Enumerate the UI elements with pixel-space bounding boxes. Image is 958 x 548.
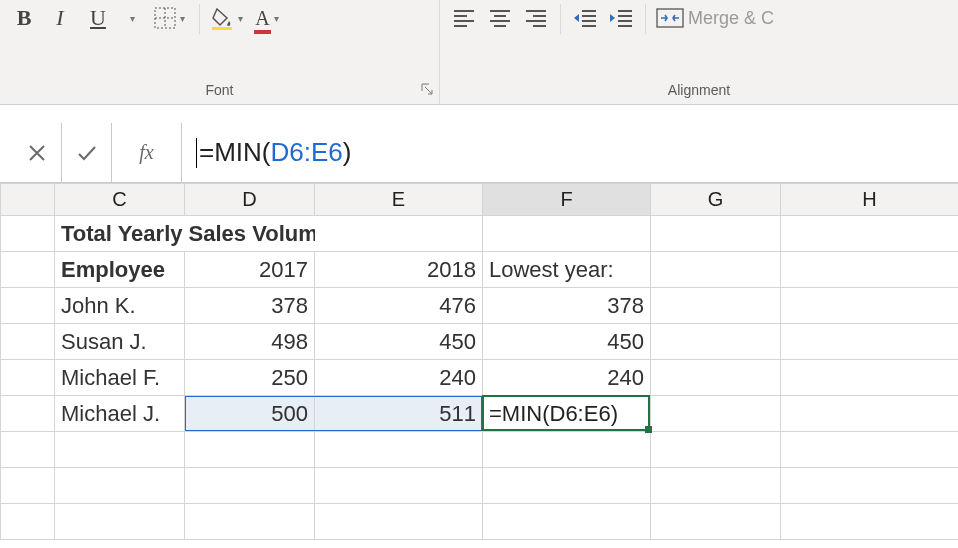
- ribbon: B I U ▾ ▾ ▾: [0, 0, 958, 105]
- col-header-g[interactable]: G: [651, 184, 781, 216]
- cell[interactable]: 450: [315, 324, 483, 360]
- cell[interactable]: [185, 468, 315, 504]
- cell-name[interactable]: Susan J.: [55, 324, 185, 360]
- row: [1, 504, 959, 540]
- cell[interactable]: [781, 396, 959, 432]
- cell[interactable]: [781, 252, 959, 288]
- cell[interactable]: [781, 216, 959, 252]
- cell[interactable]: [315, 468, 483, 504]
- cell[interactable]: 498: [185, 324, 315, 360]
- table-row: Michael F. 250 240 240: [1, 360, 959, 396]
- cell-name[interactable]: Michael J.: [55, 396, 185, 432]
- font-color-dropdown[interactable]: ▾: [270, 13, 283, 24]
- active-cell-f6[interactable]: =MIN(D6:E6): [483, 396, 651, 432]
- col-header-f[interactable]: F: [483, 184, 651, 216]
- cell[interactable]: [185, 432, 315, 468]
- select-all[interactable]: [1, 184, 55, 216]
- insert-function-button[interactable]: fx: [112, 123, 182, 182]
- cell[interactable]: [781, 504, 959, 540]
- formula-accept-button[interactable]: [62, 123, 112, 182]
- cell[interactable]: 240: [483, 360, 651, 396]
- cell[interactable]: [483, 216, 651, 252]
- cell[interactable]: [651, 504, 781, 540]
- cell-employee-hdr[interactable]: Employee: [55, 252, 185, 288]
- table-row: John K. 378 476 378: [1, 288, 959, 324]
- cell[interactable]: 476: [315, 288, 483, 324]
- text-caret: [196, 138, 197, 168]
- increase-indent-button[interactable]: [603, 0, 639, 36]
- cell[interactable]: [55, 468, 185, 504]
- font-group-buttons: B I U ▾ ▾ ▾: [0, 0, 439, 82]
- cell-name[interactable]: Michael F.: [55, 360, 185, 396]
- alignment-group-label: Alignment: [440, 82, 958, 104]
- row: Total Yearly Sales Volume: [1, 216, 959, 252]
- cell[interactable]: [781, 288, 959, 324]
- cell[interactable]: 240: [315, 360, 483, 396]
- cell[interactable]: 250: [185, 360, 315, 396]
- cell[interactable]: [651, 396, 781, 432]
- col-header-h[interactable]: H: [781, 184, 959, 216]
- font-color-button[interactable]: A ▾: [251, 0, 287, 36]
- cell-selected-d6[interactable]: 500: [185, 396, 315, 432]
- decrease-indent-button[interactable]: [567, 0, 603, 36]
- cell[interactable]: [483, 468, 651, 504]
- formula-input[interactable]: =MIN(D6:E6): [182, 123, 958, 182]
- cell[interactable]: [651, 324, 781, 360]
- cell-selected-e6[interactable]: 511: [315, 396, 483, 432]
- bold-button[interactable]: B: [6, 0, 42, 36]
- cell[interactable]: 450: [483, 324, 651, 360]
- cell[interactable]: [483, 504, 651, 540]
- fill-color-dropdown[interactable]: ▾: [234, 13, 247, 24]
- underline-button[interactable]: U ▾: [78, 0, 150, 36]
- cell[interactable]: [185, 504, 315, 540]
- row: [1, 468, 959, 504]
- align-center-button[interactable]: [482, 0, 518, 36]
- cell-lowest-label[interactable]: Lowest year:: [483, 252, 651, 288]
- cell[interactable]: [781, 324, 959, 360]
- fill-color-button[interactable]: ▾: [206, 0, 251, 36]
- cell[interactable]: [781, 468, 959, 504]
- cell[interactable]: [651, 468, 781, 504]
- formula-cancel-button[interactable]: [12, 123, 62, 182]
- spreadsheet-grid[interactable]: C D E F G H Total Yearly Sales Volume Em…: [0, 183, 958, 540]
- merge-center-button[interactable]: Merge & C: [652, 0, 774, 36]
- cell-year2[interactable]: 2018: [315, 252, 483, 288]
- cell[interactable]: [315, 504, 483, 540]
- cell[interactable]: [651, 432, 781, 468]
- cell[interactable]: 378: [185, 288, 315, 324]
- cell-year1[interactable]: 2017: [185, 252, 315, 288]
- cell[interactable]: [781, 432, 959, 468]
- cell[interactable]: [781, 360, 959, 396]
- formula-bar: fx =MIN(D6:E6): [0, 123, 958, 183]
- cell[interactable]: [651, 288, 781, 324]
- font-group-label: Font: [0, 82, 439, 104]
- cell[interactable]: [651, 360, 781, 396]
- table-row: Susan J. 498 450 450: [1, 324, 959, 360]
- ribbon-group-alignment: Merge & C Alignment: [440, 0, 958, 104]
- cell[interactable]: [315, 432, 483, 468]
- column-header-row: C D E F G H: [1, 184, 959, 216]
- svg-rect-3: [212, 27, 232, 30]
- font-dialog-launcher-icon[interactable]: [421, 82, 433, 98]
- cell[interactable]: [315, 216, 483, 252]
- cell[interactable]: [55, 504, 185, 540]
- row: [1, 432, 959, 468]
- col-header-c[interactable]: C: [55, 184, 185, 216]
- title-cell[interactable]: Total Yearly Sales Volume: [55, 216, 315, 252]
- cell-name[interactable]: John K.: [55, 288, 185, 324]
- col-header-d[interactable]: D: [185, 184, 315, 216]
- align-right-button[interactable]: [518, 0, 554, 36]
- borders-dropdown[interactable]: ▾: [176, 13, 189, 24]
- col-header-e[interactable]: E: [315, 184, 483, 216]
- cell[interactable]: [651, 216, 781, 252]
- borders-button[interactable]: ▾: [150, 0, 193, 36]
- cell[interactable]: [55, 432, 185, 468]
- align-left-button[interactable]: [446, 0, 482, 36]
- cell[interactable]: 378: [483, 288, 651, 324]
- cell[interactable]: [651, 252, 781, 288]
- cell[interactable]: [483, 432, 651, 468]
- underline-dropdown[interactable]: ▾: [114, 0, 150, 36]
- formula-prefix: =MIN(: [199, 137, 271, 168]
- formula-range: D6:E6: [271, 137, 343, 168]
- italic-button[interactable]: I: [42, 0, 78, 36]
